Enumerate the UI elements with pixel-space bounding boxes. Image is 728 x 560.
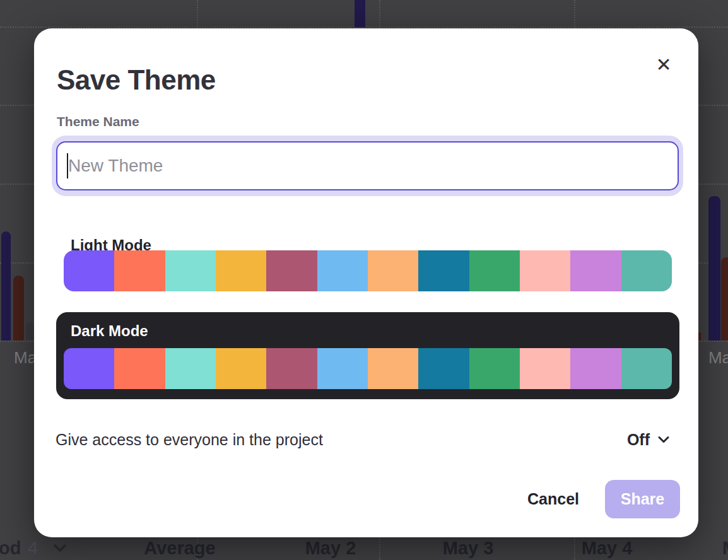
access-value: Off [627,431,650,449]
dark-mode-card: Dark Mode [56,312,679,399]
chevron-down-icon [53,544,67,555]
palette-swatch [368,348,418,389]
column-header-average: Average [144,538,215,559]
cancel-button[interactable]: Cancel [527,490,579,508]
text-caret [67,153,68,178]
light-mode-palette [64,250,672,291]
access-label: Give access to everyone in the project [56,431,323,449]
palette-swatch [114,348,165,389]
palette-swatch [469,250,520,291]
column-header-may3: May 3 [443,538,494,559]
theme-name-input[interactable] [57,143,678,189]
theme-name-focus-ring [52,136,683,196]
chart-bar [355,0,365,27]
dark-mode-palette [64,348,672,389]
palette-swatch [418,250,469,291]
chart-bar [13,276,24,341]
column-header-may2: May 2 [305,538,356,559]
access-dropdown[interactable]: Off [627,431,669,449]
palette-swatch [317,250,368,291]
palette-swatch [266,250,317,291]
x-axis-label-right: May [708,348,728,368]
palette-swatch [469,348,520,389]
chart-bar [721,257,728,341]
palette-swatch [317,348,368,389]
chart-bar [26,322,34,341]
palette-swatch [520,348,570,389]
theme-name-label: Theme Name [57,114,139,129]
palette-swatch [266,348,317,389]
close-icon: ✕ [655,54,671,76]
close-button[interactable]: ✕ [650,51,678,79]
palette-swatch [216,250,266,291]
save-theme-dialog: Save Theme ✕ Theme Name Light Mode Dark … [34,28,698,537]
palette-swatch [165,250,216,291]
palette-swatch [368,250,418,291]
palette-swatch [621,348,672,389]
column-header-truncated: M [722,538,728,559]
palette-swatch [114,250,165,291]
share-button[interactable]: Share [605,480,680,518]
dark-mode-label: Dark Mode [71,322,148,340]
palette-swatch [64,348,114,389]
chevron-down-icon [658,436,669,443]
dialog-footer: Cancel Share [527,480,680,518]
palette-swatch [216,348,266,389]
chart-bar [1,231,11,341]
palette-swatch [165,348,216,389]
theme-name-field [56,141,679,190]
palette-swatch [570,250,621,291]
chart-bar [698,332,701,341]
palette-swatch [520,250,570,291]
period-selector-truncated: od [0,538,21,559]
palette-swatch [64,250,114,291]
palette-swatch [418,348,469,389]
period-number: 4 [28,538,38,559]
palette-swatch [570,348,621,389]
chart-bar [708,196,720,341]
access-row: Give access to everyone in the project O… [56,427,669,452]
column-header-may4: May 4 [582,538,633,559]
palette-swatch [621,250,672,291]
